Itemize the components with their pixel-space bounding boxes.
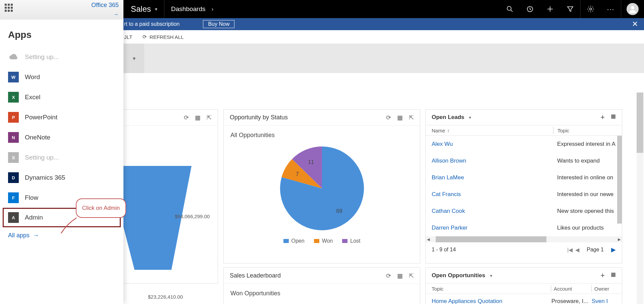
lead-row[interactable]: Allison BrownWants to expand [426, 153, 622, 169]
lead-name-link[interactable]: Cathan Cook [426, 208, 553, 215]
lead-topic: Wants to expand [553, 158, 622, 164]
filter-icon[interactable] [560, 0, 580, 18]
lead-row[interactable]: Alex WuExpressed interest in A [426, 136, 622, 153]
svg-point-0 [507, 6, 511, 10]
vertical-scrollbar[interactable] [637, 93, 643, 304]
buy-now-button[interactable]: Buy Now [203, 20, 234, 28]
pager-next-icon[interactable]: ▶ [611, 246, 616, 253]
app-label: Flow [25, 194, 38, 201]
sales-leaderboard-widget: Sales Leaderboard ⟳ ▦ ⇱ Won Opportunitie… [223, 267, 420, 304]
refresh-all-button[interactable]: ⟳ REFRESH ALL [143, 34, 184, 40]
app-item-powerpoint[interactable]: PPowerPoint [0, 107, 123, 127]
column-owner-header[interactable]: Owner [592, 286, 622, 292]
lead-row[interactable]: Darren ParkerLikes our products [426, 220, 622, 236]
column-account-header[interactable]: Account [551, 286, 591, 292]
apps-heading: Apps [0, 19, 123, 47]
funnel-value-2: $23,226,410.00 [148, 294, 183, 300]
pager-page-label: Page 1 [587, 247, 604, 253]
nav-chevron-icon[interactable]: › [212, 6, 214, 13]
widget-subtitle: Won Opportunities [224, 284, 420, 300]
column-name-header[interactable]: Name ↑ [426, 128, 553, 133]
more-icon[interactable]: ··· [601, 0, 621, 18]
banner-close-icon[interactable]: ✕ [632, 20, 638, 28]
app-label: Admin [25, 214, 43, 221]
opp-topic-link[interactable]: Home Appliances Quotation [426, 298, 551, 304]
cloud-icon [8, 52, 19, 62]
lead-name-link[interactable]: Alex Wu [426, 141, 553, 147]
opps-title[interactable]: Open Opportunities [432, 272, 485, 279]
nav-separator [164, 0, 164, 18]
lead-row[interactable]: Cathan CookNew store opened this [426, 203, 622, 220]
opps-grid-icon[interactable]: ▦ [611, 271, 616, 280]
lead-name-link[interactable]: Darren Parker [426, 225, 553, 231]
app-item-excel[interactable]: XExcel [0, 87, 123, 107]
app-item-word[interactable]: WWord [0, 67, 123, 87]
legend-item-lost[interactable]: Lost [342, 238, 360, 244]
widget-assign-icon[interactable]: ▦ [397, 114, 403, 121]
recent-icon[interactable] [520, 0, 540, 18]
office-365-link[interactable]: Office 365 → [91, 2, 119, 17]
widget-assign-icon[interactable]: ▦ [397, 272, 403, 280]
pager-prev-icon[interactable]: ◀ [575, 247, 579, 253]
leads-title[interactable]: Open Leads [432, 114, 464, 121]
leads-hscroll[interactable]: ◀ ▶ [426, 236, 622, 242]
app-item-setting-up-[interactable]: SSetting up... [0, 147, 123, 168]
widget-expand-icon[interactable]: ⇱ [207, 114, 212, 121]
legend-item-open[interactable]: Open [283, 238, 305, 244]
lead-name-link[interactable]: Brian LaMee [426, 174, 553, 181]
app-item-onenote[interactable]: NOneNote [0, 127, 123, 147]
pager-count: 1 - 9 of 14 [432, 247, 456, 253]
pager-first-icon[interactable]: |◀ [567, 247, 573, 253]
widget-expand-icon[interactable]: ⇱ [409, 114, 414, 121]
nav-label[interactable]: Dashboards [171, 5, 205, 13]
area-label[interactable]: Sales [131, 4, 151, 14]
settings-icon[interactable] [581, 0, 601, 18]
app-item-setting-up-[interactable]: Setting up... [0, 47, 123, 67]
lead-name-link[interactable]: Allison Brown [426, 158, 553, 164]
hscroll-thumb[interactable] [436, 236, 546, 242]
pie-legend: OpenWonLost [283, 238, 361, 244]
cmd-item[interactable]: JLT [124, 34, 132, 40]
app-label: Setting up... [25, 154, 59, 161]
lead-name-link[interactable]: Cat Francis [426, 191, 553, 198]
opp-owner-link[interactable]: Sven I [592, 298, 622, 304]
column-topic-header[interactable]: Topic [426, 286, 551, 292]
add-icon[interactable] [540, 0, 560, 18]
leads-grid-icon[interactable]: ▦ [611, 113, 616, 122]
app-item-dynamics-365[interactable]: DDynamics 365 [0, 168, 123, 188]
hscroll-left-icon[interactable]: ◀ [427, 237, 430, 242]
app-launcher-panel: Office 365 → Apps Setting up...WWordXExc… [0, 0, 123, 304]
legend-label: Lost [350, 238, 360, 244]
scrollbar-thumb[interactable] [637, 93, 643, 153]
leads-dropdown-icon[interactable]: ▾ [469, 115, 471, 120]
column-topic-header[interactable]: Topic [553, 128, 622, 133]
widget-refresh-icon[interactable]: ⟳ [184, 114, 189, 121]
widget-assign-icon[interactable]: ▦ [195, 114, 201, 121]
area-dropdown-icon[interactable]: ▾ [155, 6, 157, 12]
dashboard-dropdown-icon[interactable]: ▾ [124, 44, 144, 73]
add-lead-icon[interactable]: + [600, 113, 605, 122]
search-icon[interactable] [500, 0, 520, 18]
app-label: Setting up... [25, 53, 59, 61]
trial-message: rt to a paid subscription [124, 21, 179, 27]
callout-tail [60, 217, 77, 234]
add-opp-icon[interactable]: + [600, 271, 605, 280]
legend-item-won[interactable]: Won [314, 238, 333, 244]
app-label: Word [25, 73, 40, 81]
leads-pager: 1 - 9 of 14 |◀ ◀ Page 1 ▶ [426, 242, 622, 257]
hscroll-right-icon[interactable]: ▶ [618, 237, 621, 242]
lead-row[interactable]: Cat FrancisInterested in our newe [426, 186, 622, 203]
lead-row[interactable]: Brian LaMeeInterested in online on [426, 169, 622, 186]
widget-refresh-icon[interactable]: ⟳ [386, 114, 391, 121]
open-leads-widget: Open Leads ▾ + ▦ Name ↑ Topic Alex WuExp… [425, 109, 622, 263]
svg-marker-5 [568, 7, 573, 11]
widget-expand-icon[interactable]: ⇱ [409, 272, 414, 280]
leads-vscroll[interactable] [617, 136, 622, 224]
open-opportunities-widget: Open Opportunities ▾ + ▦ Topic Account O… [425, 267, 622, 304]
app-launcher-icon[interactable] [5, 4, 17, 16]
widget-subtitle: All Opportunities [224, 126, 420, 141]
opps-dropdown-icon[interactable]: ▾ [490, 273, 492, 278]
opp-row[interactable]: Home Appliances QuotationProseware, I...… [426, 294, 622, 304]
user-avatar[interactable] [627, 3, 639, 15]
widget-refresh-icon[interactable]: ⟳ [386, 272, 391, 280]
